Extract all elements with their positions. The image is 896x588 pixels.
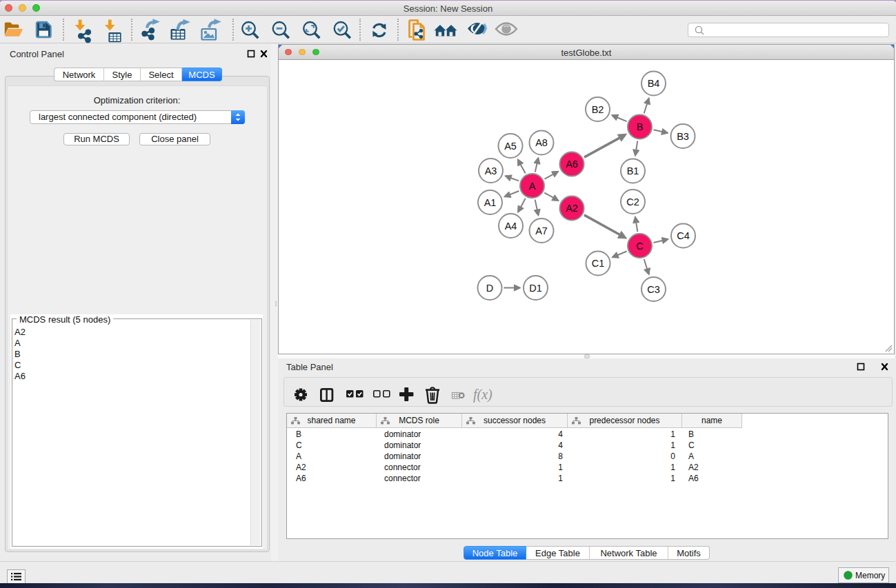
svg-text:A: A (529, 181, 536, 192)
svg-text:C1: C1 (592, 258, 605, 269)
svg-text:B1: B1 (627, 165, 639, 176)
svg-text:A5: A5 (504, 141, 517, 152)
svg-text:C3: C3 (647, 284, 660, 295)
svg-text:A2: A2 (566, 203, 578, 214)
svg-text:A7: A7 (535, 225, 548, 236)
svg-text:C: C (636, 241, 643, 252)
svg-text:B4: B4 (648, 78, 660, 89)
svg-text:f(x): f(x) (473, 387, 492, 403)
svg-text:A8: A8 (535, 137, 548, 148)
svg-text:B2: B2 (592, 104, 604, 115)
svg-text:C4: C4 (677, 230, 690, 241)
svg-text:B3: B3 (677, 131, 689, 142)
svg-text:A3: A3 (485, 165, 497, 176)
svg-text:C2: C2 (626, 196, 639, 207)
svg-text:B: B (637, 121, 644, 132)
svg-text:D1: D1 (529, 283, 542, 294)
svg-text:A1: A1 (484, 197, 497, 208)
svg-text:A4: A4 (505, 221, 517, 232)
svg-text:D: D (486, 283, 493, 294)
svg-text:A6: A6 (566, 159, 578, 170)
